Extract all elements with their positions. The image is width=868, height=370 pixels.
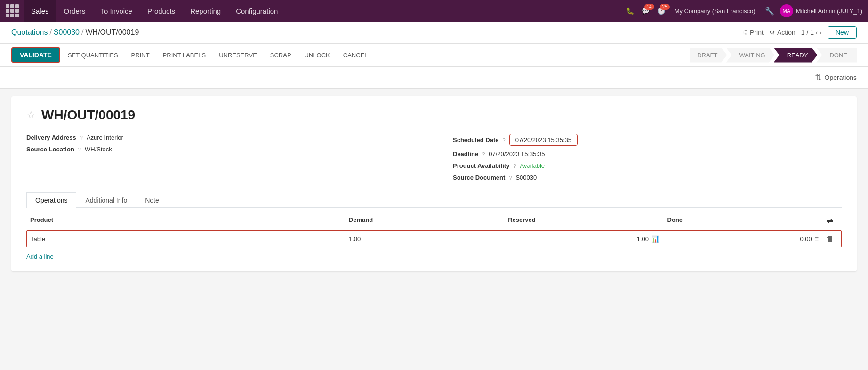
deadline-value[interactable]: 07/20/2023 15:35:35 xyxy=(489,150,545,157)
tab-additional-info[interactable]: Additional Info xyxy=(76,192,136,208)
deadline-label: Deadline xyxy=(453,150,478,157)
left-fields: Delivery Address ? Azure Interior Source… xyxy=(26,134,434,181)
delivery-address-value[interactable]: Azure Interior xyxy=(87,134,123,141)
pager-prev[interactable]: ‹ xyxy=(816,29,818,36)
source-location-label: Source Location xyxy=(26,146,74,153)
delivery-address-label: Delivery Address xyxy=(26,134,76,141)
messages-btn[interactable]: 💬 14 xyxy=(640,5,651,16)
scheduled-date-label: Scheduled Date xyxy=(453,136,499,143)
cell-done[interactable]: 0.00 ≡ xyxy=(663,235,822,243)
operations-table: Product Demand Reserved Done ⇌ Table 1.0… xyxy=(26,213,842,260)
deadline-help-icon[interactable]: ? xyxy=(482,151,485,157)
deadline-field: Deadline ? 07/20/2023 15:35:35 xyxy=(453,150,842,157)
source-location-help-icon[interactable]: ? xyxy=(78,147,81,152)
col-demand: Demand xyxy=(345,216,504,225)
unlock-button[interactable]: UNLOCK xyxy=(299,49,336,62)
source-location-value[interactable]: WH/Stock xyxy=(85,146,112,153)
action-button[interactable]: ⚙ Action xyxy=(769,29,796,36)
new-button[interactable]: New xyxy=(828,26,857,39)
delivery-address-field: Delivery Address ? Azure Interior xyxy=(26,134,434,141)
bug-icon-btn[interactable]: 🐛 xyxy=(624,5,636,16)
cell-delete[interactable]: 🗑 xyxy=(822,235,841,243)
set-quantities-button[interactable]: SET QUANTITIES xyxy=(62,49,124,62)
scheduled-date-box: 07/20/2023 15:35:35 xyxy=(509,134,578,146)
doc-title-row: ☆ WH/OUT/00019 xyxy=(26,108,842,123)
activities-badge: 25 xyxy=(660,4,670,10)
nav-item-configuration[interactable]: Configuration xyxy=(229,0,284,22)
status-draft[interactable]: DRAFT xyxy=(690,48,727,63)
validate-button[interactable]: VALIDATE xyxy=(11,47,60,63)
delivery-address-help-icon[interactable]: ? xyxy=(80,135,83,141)
nav-item-orders[interactable]: Orders xyxy=(57,0,92,22)
apps-menu-icon[interactable] xyxy=(6,4,19,17)
status-waiting[interactable]: WAITING xyxy=(726,48,775,63)
scheduled-date-help-icon[interactable]: ? xyxy=(503,137,506,143)
tab-operations[interactable]: Operations xyxy=(26,192,76,208)
nav-item-products[interactable]: Products xyxy=(141,0,182,22)
scrap-button[interactable]: SCRAP xyxy=(265,49,297,62)
activities-btn[interactable]: 🕐 25 xyxy=(655,5,667,16)
doc-fields: Delivery Address ? Azure Interior Source… xyxy=(26,134,842,181)
product-availability-value: Available xyxy=(520,162,545,169)
breadcrumb-actions: 🖨 Print ⚙ Action 1 / 1 ‹ › New xyxy=(741,26,857,39)
source-document-field: Source Document ? S00030 xyxy=(453,174,842,181)
messages-badge: 14 xyxy=(644,4,654,10)
breadcrumb-sep-1: / xyxy=(49,28,51,37)
scheduled-date-field: Scheduled Date ? 07/20/2023 15:35:35 xyxy=(453,134,842,146)
breadcrumb-bar: Quotations / S00030 / WH/OUT/00019 🖨 Pri… xyxy=(0,22,868,44)
document-card: ☆ WH/OUT/00019 Delivery Address ? Azure … xyxy=(11,96,857,271)
favorite-star-icon[interactable]: ☆ xyxy=(26,109,36,121)
chart-icon[interactable]: 📊 xyxy=(651,235,659,243)
status-pipeline: DRAFT WAITING READY DONE xyxy=(690,48,857,63)
operations-toggle-button[interactable]: ⇅ Operations xyxy=(815,72,857,83)
breadcrumb-current: WH/OUT/00019 xyxy=(85,28,139,37)
print-labels-button[interactable]: PRINT LABELS xyxy=(157,49,212,62)
tabs: Operations Additional Info Note xyxy=(26,192,842,208)
operations-header-bar: ⇅ Operations xyxy=(0,67,868,89)
pager-next[interactable]: › xyxy=(820,29,822,36)
avatar: MA xyxy=(780,4,793,17)
add-line-link[interactable]: Add a line xyxy=(26,253,54,260)
col-done: Done xyxy=(664,216,823,225)
breadcrumb: Quotations / S00030 / WH/OUT/00019 xyxy=(11,28,139,37)
unreserve-button[interactable]: UNRESERVE xyxy=(213,49,263,62)
list-detail-icon[interactable]: ≡ xyxy=(815,235,819,243)
source-document-help-icon[interactable]: ? xyxy=(509,175,512,181)
user-menu[interactable]: MA Mitchell Admin (JULY_1) xyxy=(780,4,862,17)
delete-row-button[interactable]: 🗑 xyxy=(826,235,834,243)
cell-product[interactable]: Table xyxy=(27,236,345,243)
print-button-toolbar[interactable]: PRINT xyxy=(126,49,155,62)
column-settings-icon[interactable]: ⇌ xyxy=(827,217,833,225)
breadcrumb-sep-2: / xyxy=(81,28,83,37)
cell-reserved[interactable]: 1.00 📊 xyxy=(504,235,663,243)
settings-icon-btn[interactable]: 🔧 xyxy=(763,5,776,17)
source-document-label: Source Document xyxy=(453,174,505,181)
col-product: Product xyxy=(26,216,345,225)
status-ready[interactable]: READY xyxy=(774,48,818,63)
right-fields: Scheduled Date ? 07/20/2023 15:35:35 Dea… xyxy=(434,134,842,181)
breadcrumb-s00030[interactable]: S00030 xyxy=(54,28,80,37)
source-location-field: Source Location ? WH/Stock xyxy=(26,146,434,153)
printer-icon: 🖨 xyxy=(741,29,748,36)
breadcrumb-quotations[interactable]: Quotations xyxy=(11,28,48,37)
tab-note[interactable]: Note xyxy=(136,192,168,208)
wrench-icon: 🔧 xyxy=(765,7,774,16)
top-navigation: Sales Orders To Invoice Products Reporti… xyxy=(0,0,868,22)
cell-demand[interactable]: 1.00 xyxy=(345,236,504,243)
nav-item-reporting[interactable]: Reporting xyxy=(184,0,227,22)
gear-icon: ⚙ xyxy=(769,29,775,36)
scheduled-date-value[interactable]: 07/20/2023 15:35:35 xyxy=(515,136,571,143)
company-name[interactable]: My Company (San Francisco) xyxy=(671,8,759,15)
product-availability-help-icon[interactable]: ? xyxy=(513,163,516,169)
product-availability-field: Product Availability ? Available xyxy=(453,162,842,169)
source-document-value[interactable]: S00030 xyxy=(515,174,537,181)
cancel-button[interactable]: CANCEL xyxy=(338,49,374,62)
status-done[interactable]: DONE xyxy=(816,48,857,63)
col-reserved: Reserved xyxy=(504,216,663,225)
toolbar: VALIDATE SET QUANTITIES PRINT PRINT LABE… xyxy=(0,44,868,67)
product-availability-label: Product Availability xyxy=(453,162,509,169)
print-button[interactable]: 🖨 Print xyxy=(741,29,764,36)
nav-item-sales[interactable]: Sales xyxy=(24,0,56,22)
nav-item-to-invoice[interactable]: To Invoice xyxy=(94,0,139,22)
bug-icon: 🐛 xyxy=(626,7,634,15)
